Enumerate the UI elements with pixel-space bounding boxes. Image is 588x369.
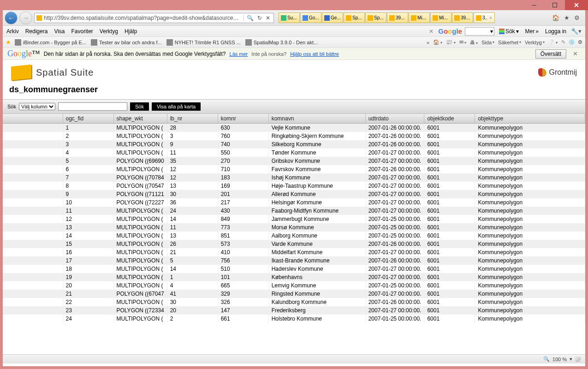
wrench-icon[interactable]: 🔧▾ — [571, 28, 582, 35]
table-row[interactable]: 23POLYGON ((7233420147Frederiksberg2007-… — [3, 306, 585, 315]
tools-menu[interactable]: Verktyg — [525, 40, 545, 45]
browser-tab[interactable]: Go... — [300, 12, 321, 23]
menu-item[interactable]: Hjälp — [125, 28, 137, 35]
favorite-link[interactable]: Tester av bilar och andra f... — [91, 39, 162, 46]
window-maximize-button[interactable] — [544, 0, 565, 10]
settings-icon[interactable]: ⚙ — [578, 39, 582, 45]
skype-icon[interactable]: Ⓢ — [569, 39, 574, 46]
brand-row: Spatial Suite Grontmij — [3, 60, 585, 82]
dropdown-icon[interactable]: ▾ — [490, 28, 493, 35]
column-header[interactable]: komnavn — [268, 114, 365, 124]
table-row[interactable]: 20MULTIPOLYGON (4665Lemvig Kommune2007-0… — [3, 281, 585, 290]
google-logo: Google™ — [7, 49, 40, 59]
menu-item[interactable]: Arkiv — [6, 28, 19, 35]
add-favorite-icon[interactable]: ★ — [6, 39, 11, 46]
zoom-icon[interactable]: 🔍 — [543, 356, 550, 362]
browser-tab[interactable]: 39... — [452, 12, 473, 23]
table-row[interactable]: 1MULTIPOLYGON (28630Vejle Kommune2007-01… — [3, 124, 585, 132]
table-row[interactable]: 7POLYGON ((7078412183Ishøj Kommune2007-0… — [3, 173, 585, 182]
table-row[interactable]: 14MULTIPOLYGON (13851Aalborg Kommune2007… — [3, 232, 585, 240]
google-toolbar-logo: Google — [438, 27, 462, 35]
chevrons-icon[interactable]: » — [427, 40, 429, 45]
more-button[interactable]: Mer » — [523, 28, 540, 35]
refresh-icon[interactable]: ↻ — [256, 15, 263, 21]
print-icon[interactable]: 🖶 — [470, 40, 478, 45]
nav-forward-button[interactable]: → — [19, 12, 32, 24]
browser-tab[interactable]: Mi... — [430, 12, 451, 23]
nav-back-button[interactable]: ← — [5, 12, 18, 24]
favorite-link[interactable]: NYHET! Trimble R1 GNSS ... — [166, 39, 241, 46]
table-row[interactable]: 3MULTIPOLYGON (9740Silkeborg Kommune2007… — [3, 140, 585, 149]
browser-tab[interactable]: Mi... — [409, 12, 430, 23]
column-header[interactable]: shape_wkt — [113, 114, 167, 124]
table-row[interactable]: 17MULTIPOLYGON (5756Ikast-Brande Kommune… — [3, 256, 585, 265]
table-row[interactable]: 22MULTIPOLYGON (30326Kalundborg Kommune2… — [3, 298, 585, 306]
column-header[interactable]: komnr — [218, 114, 268, 124]
table-row[interactable]: 18MULTIPOLYGON (14510Haderslev Kommune20… — [3, 265, 585, 273]
table-row[interactable]: 12MULTIPOLYGON (14849Jammerbugt Kommune2… — [3, 215, 585, 223]
help-icon[interactable]: ❔ — [548, 39, 558, 45]
show-all-map-button[interactable]: Visa alla på karta — [152, 102, 201, 111]
table-row[interactable]: 6MULTIPOLYGON (12710Favrskov Kommune2007… — [3, 165, 585, 173]
feeds-icon[interactable]: 📰 — [446, 39, 455, 45]
google-search-input[interactable] — [466, 29, 489, 34]
home-dropdown-icon[interactable]: 🏠 — [433, 39, 442, 45]
zoom-dropdown-icon[interactable]: ▾ — [570, 356, 572, 362]
column-header[interactable]: ogc_fid — [63, 114, 113, 124]
login-button[interactable]: Logga in — [543, 28, 568, 35]
search-input[interactable] — [58, 102, 127, 111]
table-row[interactable]: 19MULTIPOLYGON (1101Københavns2007-01-27… — [3, 273, 585, 281]
browser-tab[interactable]: Su... — [279, 12, 300, 23]
browser-tab[interactable]: 3..✕ — [474, 12, 495, 23]
table-row[interactable]: 24MULTIPOLYGON (2661Holstebro Kommune200… — [3, 315, 585, 323]
menu-item[interactable]: Favoriter — [71, 28, 93, 35]
resize-grip[interactable] — [575, 357, 581, 362]
browser-tab[interactable]: Sp... — [365, 12, 386, 23]
window-minimize-button[interactable] — [523, 0, 544, 10]
favorites-star-icon[interactable]: ★ — [564, 14, 570, 21]
search-icon[interactable]: 🔍 — [245, 15, 255, 21]
table-row[interactable]: 21POLYGON ((6704741329Ringsted Kommune20… — [3, 290, 585, 298]
table-row[interactable]: 15MULTIPOLYGON (26573Varde Kommune2007-0… — [3, 240, 585, 248]
column-header[interactable]: objekttype — [475, 114, 585, 124]
stop-icon[interactable]: ✕ — [264, 15, 272, 21]
google-search-button[interactable]: Sök ▾ — [497, 28, 521, 35]
translate-close-icon[interactable]: ✕ — [570, 50, 581, 57]
translate-button[interactable]: Översätt — [535, 49, 566, 59]
safety-menu[interactable]: Säkerhet — [498, 40, 521, 45]
browser-tab[interactable]: Ge... — [322, 12, 343, 23]
search-button[interactable]: Sök — [130, 102, 149, 111]
table-row[interactable]: 9POLYGON ((7112130201Allerød Kommune2007… — [3, 190, 585, 198]
table-row[interactable]: 5POLYGON ((6969035270Gribskov Kommune200… — [3, 157, 585, 165]
menu-item[interactable]: Verktyg — [100, 28, 118, 35]
page-menu[interactable]: Sida — [481, 40, 494, 45]
help-improve-link[interactable]: Hjälp oss att bli bättre — [290, 51, 339, 57]
menu-item[interactable]: Redigera — [25, 28, 48, 35]
address-bar[interactable]: http://39sv.demo.spatialsuite.com/spatia… — [34, 13, 274, 23]
table-row[interactable]: 8POLYGON ((7054713169Høje-Taastrup Kommu… — [3, 182, 585, 190]
browser-tab[interactable]: 39... — [387, 12, 408, 23]
table-row[interactable]: 11MULTIPOLYGON (24430Faaborg-Midtfyn Kom… — [3, 207, 585, 215]
mail-icon[interactable]: ✉ — [459, 39, 466, 45]
learn-more-link[interactable]: Läs mer — [230, 51, 248, 57]
status-bar: 🔍 100 % ▾ — [3, 354, 585, 363]
favorite-link[interactable]: iBinder.com - Bygger på E... — [15, 39, 86, 46]
column-header[interactable]: lb_nr — [167, 114, 218, 124]
favorite-link[interactable]: SpatialMap 3.9.0 - Den akt... — [245, 39, 318, 46]
table-row[interactable]: 13MULTIPOLYGON (11773Morsø Kommune2007-0… — [3, 223, 585, 232]
home-icon[interactable]: 🏠 — [552, 14, 559, 21]
menu-item[interactable]: Visa — [54, 28, 65, 35]
column-select[interactable]: Välj kolumn — [19, 103, 55, 110]
evernote-icon[interactable]: ✎ — [561, 39, 565, 45]
table-row[interactable]: 4MULTIPOLYGON (11550Tønder Kommune2007-0… — [3, 149, 585, 157]
browser-tab[interactable]: Sp... — [344, 12, 365, 23]
google-search-box[interactable]: ▾ — [465, 27, 494, 36]
tools-gear-icon[interactable]: ⚙ — [574, 14, 580, 21]
table-row[interactable]: 2MULTIPOLYGON (3760Ringkøbing-Skjern Kom… — [3, 132, 585, 140]
column-header[interactable]: udtrdato — [365, 114, 424, 124]
window-close-button[interactable]: ✕ — [565, 0, 588, 10]
table-row[interactable]: 10POLYGON ((7222736217Helsingør Kommune2… — [3, 198, 585, 207]
table-row[interactable]: 16MULTIPOLYGON (21410Middelfart Kommune2… — [3, 248, 585, 256]
column-header[interactable]: objektkode — [424, 114, 475, 124]
toolbar-close-icon[interactable]: ✕ — [427, 28, 435, 35]
